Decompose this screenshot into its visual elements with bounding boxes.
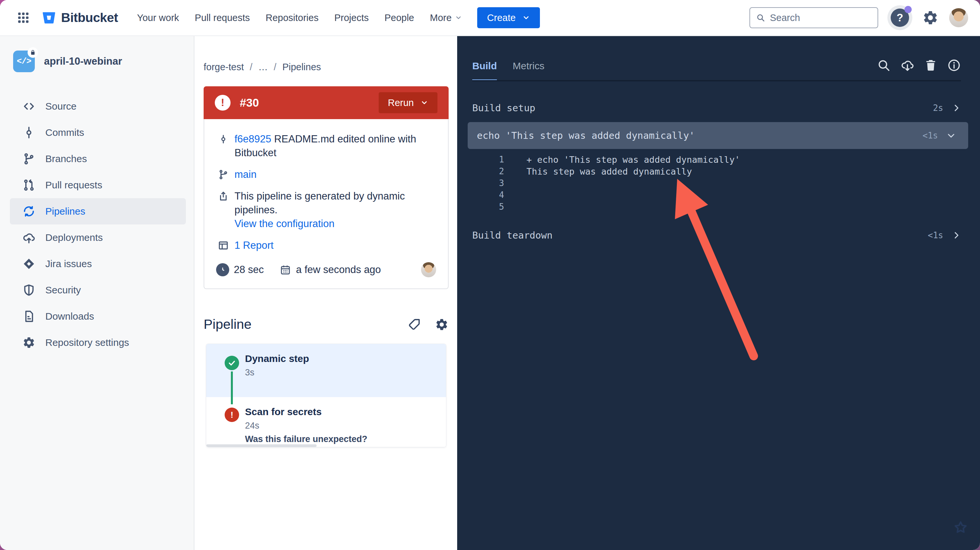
sidebar-item-pull-requests[interactable]: Pull requests — [0, 172, 194, 198]
sidebar-item-deployments[interactable]: Deployments — [0, 225, 194, 251]
create-button[interactable]: Create — [477, 7, 540, 28]
pipeline-settings-gear-icon[interactable] — [435, 318, 449, 331]
sidebar-item-repository-settings[interactable]: Repository settings — [0, 330, 194, 356]
commit-hash-link[interactable]: f6e8925 — [234, 133, 271, 145]
success-check-icon — [224, 356, 239, 370]
sidebar-item-commits[interactable]: Commits — [0, 119, 194, 146]
gear-icon — [22, 336, 36, 349]
chevron-down-icon — [455, 14, 462, 21]
chevron-down-icon — [947, 131, 956, 140]
delete-log-icon[interactable] — [924, 59, 937, 72]
sidebar-nav: Source Commits Branches Pull requests Pi… — [0, 93, 194, 356]
cloud-up-icon — [22, 231, 36, 244]
chevron-right-icon — [952, 231, 961, 240]
sidebar-item-label: Jira issues — [45, 258, 92, 269]
sidebar-item-jira-issues[interactable]: Jira issues — [0, 251, 194, 277]
bitbucket-logo[interactable]: Bitbucket — [41, 10, 118, 25]
error-icon: ! — [215, 95, 231, 111]
log-search-icon[interactable] — [877, 59, 891, 72]
sidebar-item-downloads[interactable]: Downloads — [0, 303, 194, 330]
breadcrumb-ellipsis[interactable]: … — [258, 62, 268, 73]
run-duration-value: 28 sec — [234, 264, 264, 276]
star-icon[interactable] — [953, 520, 968, 535]
echo-step-row[interactable]: echo 'This step was added dynamically' <… — [468, 122, 968, 149]
nav-more[interactable]: More — [430, 13, 462, 23]
help-button[interactable]: ? — [888, 5, 912, 30]
tabs-divider — [472, 80, 961, 81]
nav-people[interactable]: People — [385, 13, 414, 23]
branch-link[interactable]: main — [234, 169, 256, 180]
rerun-button[interactable]: Rerun — [379, 92, 438, 113]
log-action-icons — [877, 59, 961, 72]
app-switcher-icon[interactable] — [16, 11, 30, 25]
committer-avatar[interactable] — [421, 262, 436, 277]
failure-question-link[interactable]: Was this failure unexpected? — [245, 434, 446, 444]
step-connector-line — [231, 371, 233, 404]
logo-wordmark: Bitbucket — [61, 11, 118, 25]
chevron-right-icon — [952, 103, 961, 113]
build-teardown-row[interactable]: Build teardown <1s — [472, 222, 961, 248]
log-line: 4 — [472, 189, 961, 201]
view-configuration-link[interactable]: View the configuration — [234, 218, 334, 229]
line-number: 5 — [472, 202, 504, 212]
sidebar-item-pipelines[interactable]: Pipelines — [10, 198, 186, 225]
breadcrumb-separator: / — [250, 62, 253, 73]
chevron-down-icon — [522, 14, 530, 22]
sidebar-item-branches[interactable]: Branches — [0, 146, 194, 172]
bitbucket-app-window: Bitbucket Your work Pull requests Reposi… — [0, 0, 980, 550]
run-time-ago: a few seconds ago — [280, 264, 381, 276]
line-text: + echo 'This step was added dynamically' — [527, 155, 740, 165]
commit-message: f6e8925 README.md edited online with Bit… — [234, 132, 436, 160]
log-line: 1 + echo 'This step was added dynamicall… — [472, 154, 961, 165]
settings-gear-icon[interactable] — [922, 10, 939, 26]
search-icon — [756, 13, 765, 23]
global-search[interactable] — [749, 7, 878, 28]
sidebar-item-security[interactable]: Security — [0, 277, 194, 303]
log-output: 1 + echo 'This step was added dynamicall… — [472, 154, 961, 212]
step-dynamic-step[interactable]: Dynamic step 3s — [206, 344, 446, 397]
step-name: Dynamic step — [245, 353, 446, 364]
run-duration: 28 sec — [216, 263, 264, 276]
user-avatar[interactable] — [949, 8, 968, 27]
nav-your-work[interactable]: Your work — [137, 13, 179, 23]
sidebar-item-label: Pipelines — [45, 206, 85, 217]
search-input[interactable] — [770, 13, 872, 23]
dynamic-pipeline-note-row: This pipeline is generated by dynamic pi… — [216, 189, 436, 231]
download-log-icon[interactable] — [900, 59, 914, 72]
breadcrumb-pipelines[interactable]: Pipelines — [282, 62, 321, 73]
commit-row: f6e8925 README.md edited online with Bit… — [216, 132, 436, 160]
failed-run-banner: ! #30 Rerun — [204, 86, 449, 119]
echo-step-label: echo 'This step was added dynamically' — [477, 130, 695, 141]
nav-pull-requests[interactable]: Pull requests — [195, 13, 250, 23]
build-setup-row[interactable]: Build setup 2s — [472, 95, 961, 121]
step-scan-for-secrets[interactable]: ! Scan for secrets 24s Was this failure … — [206, 397, 446, 447]
echo-step-time: <1s — [923, 131, 938, 141]
create-button-label: Create — [487, 13, 515, 23]
horizontal-scrollbar[interactable] — [206, 444, 317, 447]
sidebar-item-label: Deployments — [45, 232, 103, 243]
log-line: 3 — [472, 177, 961, 189]
sidebar-item-source[interactable]: Source — [0, 93, 194, 119]
tab-metrics[interactable]: Metrics — [513, 60, 544, 81]
top-navigation-bar: Bitbucket Your work Pull requests Reposi… — [0, 0, 980, 36]
step-duration: 24s — [245, 421, 446, 431]
repository-name: april-10-webinar — [44, 55, 122, 67]
bitbucket-bucket-icon — [41, 10, 56, 25]
report-link[interactable]: 1 Report — [234, 239, 274, 251]
build-setup-time: 2s — [933, 103, 943, 113]
tab-build[interactable]: Build — [472, 60, 497, 81]
info-icon[interactable] — [947, 59, 961, 72]
nav-projects[interactable]: Projects — [334, 13, 369, 23]
branch-icon — [216, 168, 231, 181]
nav-repositories[interactable]: Repositories — [266, 13, 318, 23]
sidebar-item-label: Downloads — [45, 311, 94, 322]
breadcrumb-repo[interactable]: forge-test — [204, 62, 244, 73]
run-meta-row: 28 sec a few seconds ago — [216, 262, 436, 277]
sidebar-item-label: Commits — [45, 127, 84, 138]
primary-nav: Your work Pull requests Repositories Pro… — [137, 13, 462, 23]
rerun-button-label: Rerun — [388, 97, 414, 108]
label-tag-icon[interactable] — [408, 318, 421, 331]
repository-header[interactable]: </> april-10-webinar — [0, 51, 194, 72]
run-time-ago-value: a few seconds ago — [296, 264, 381, 276]
clock-icon — [216, 263, 229, 276]
